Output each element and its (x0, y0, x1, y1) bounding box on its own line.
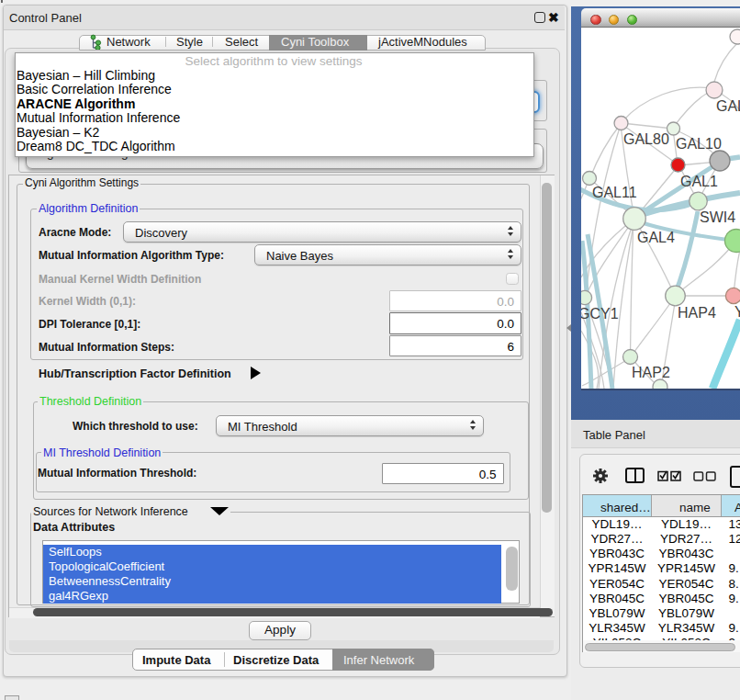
svg-text:HAP2: HAP2 (632, 365, 670, 380)
svg-text:SWI4: SWI4 (700, 209, 735, 225)
svg-text:HAP4: HAP4 (678, 305, 716, 321)
svg-text:GAL4: GAL4 (637, 230, 675, 245)
svg-text:GCY1: GCY1 (581, 306, 619, 322)
svg-text:GAL80: GAL80 (623, 131, 669, 147)
svg-text:GAL11: GAL11 (592, 185, 637, 200)
svg-text:GAL10: GAL10 (676, 136, 722, 152)
svg-text:Y: Y (734, 304, 740, 320)
svg-text:GAL2: GAL2 (716, 98, 740, 114)
svg-text:GAL1: GAL1 (680, 174, 718, 189)
